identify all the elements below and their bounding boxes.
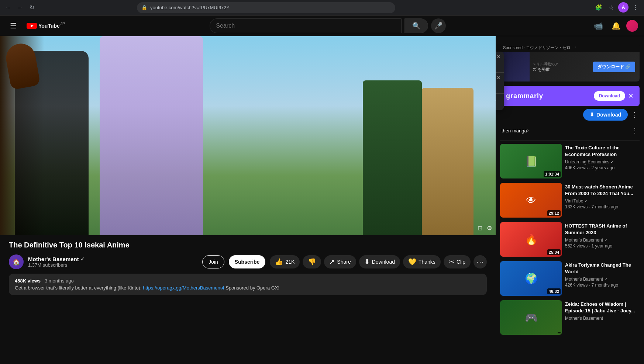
- share-button[interactable]: ↗ Share: [324, 255, 356, 268]
- verified-economics: ✓: [610, 159, 614, 164]
- main-download-label: Download: [596, 112, 621, 118]
- sidebar-thumb-zelda: 🎮: [500, 300, 562, 335]
- sponsored-item: Sponsored · コウノドリゾーン・ゼロ ⋮ スリル満載のア ズ を発散 …: [500, 44, 640, 82]
- manga-more-btn[interactable]: ⋮: [631, 126, 638, 135]
- action-row: 👍 21K 👎 ↗ Share ⬇ Download: [270, 255, 487, 268]
- thumb-icon-zelda: 🎮: [500, 300, 562, 335]
- bookmark-button[interactable]: ☆: [606, 2, 617, 13]
- youtube-logo-svg: YouTube: [27, 22, 60, 30]
- verified-shonen: ✓: [584, 198, 588, 204]
- sidebar-item-trash[interactable]: 🔥 25:04 HOTTEST TRASH Anime of Summer 20…: [500, 222, 640, 257]
- char-right-2: [422, 88, 473, 235]
- address-bar[interactable]: 🔒 youtube.com/watch?v=tPUxMUt9x2Y: [137, 2, 395, 13]
- sidebar-more-button[interactable]: ⋮: [631, 110, 638, 119]
- extensions-button[interactable]: 🧩: [593, 2, 604, 13]
- subscribe-button[interactable]: Subscribe: [229, 255, 266, 268]
- like-icon: 👍: [275, 258, 283, 266]
- sponsored-flag: ⋮: [573, 45, 577, 50]
- sidebar-stats-trash: 562K views · 1 year ago: [565, 243, 640, 249]
- back-button[interactable]: ←: [3, 3, 13, 13]
- video-info: The Definitive Top 10 Isekai Anime 🏠 Mot…: [0, 235, 496, 299]
- popup-close-btn-1[interactable]: ✕: [496, 54, 501, 60]
- search-container: 🔍 🎤: [71, 18, 585, 33]
- search-button[interactable]: 🔍: [404, 18, 428, 33]
- manga-suggestion[interactable]: then manga › ⋮: [500, 124, 640, 138]
- lock-icon: 🔒: [141, 5, 147, 10]
- sponsored-banner: スリル満載のア ズ を発散 ダウンロード 🔗: [500, 52, 640, 82]
- main-download-button[interactable]: ⬇ Download: [583, 109, 628, 121]
- sidebar: 📺 49:08 ♪ THE DEFINiTIVE Top 10 I... MP4…: [496, 36, 644, 364]
- hamburger-menu[interactable]: ☰: [6, 18, 21, 33]
- thanks-icon: 💛: [408, 258, 416, 266]
- grammarly-ad: grammarly Download ✕: [500, 86, 640, 106]
- video-settings-icon[interactable]: ⚙: [487, 225, 492, 232]
- video-title: The Definitive Top 10 Isekai Anime: [9, 240, 487, 250]
- verified-badge: ✓: [80, 256, 85, 262]
- sidebar-thumb-shonen: 👁 29:12: [500, 183, 562, 218]
- main-download-icon: ⬇: [590, 112, 594, 118]
- clip-button[interactable]: ✂ Clip: [444, 255, 471, 268]
- popup-close-btn-2[interactable]: ✕: [496, 75, 501, 81]
- sidebar-stats-economics: 406K views · 2 years ago: [565, 165, 640, 170]
- video-player[interactable]: ⚙ ⊡: [0, 36, 496, 235]
- duration-economics: 1:01:34: [544, 171, 561, 177]
- profile-icon[interactable]: A: [618, 2, 628, 13]
- dislike-icon: 👎: [308, 258, 316, 266]
- manga-arrow: ›: [527, 127, 529, 134]
- grammarly-cta[interactable]: Download: [594, 91, 625, 101]
- main-download-row: ⬇ Download ⋮: [500, 109, 640, 121]
- sidebar-item-economics[interactable]: 📗 1:01:34 The Toxic Culture of the Econo…: [500, 144, 640, 178]
- sidebar-item-toriyama[interactable]: 🌍 46:32 Akira Toriyama Changed The World…: [500, 261, 640, 296]
- sponsor-link[interactable]: https://operagx.gg/MothersBasement4: [143, 285, 224, 291]
- sidebar-stats-shonen: 133K views · 7 months ago: [565, 204, 640, 209]
- notifications-button[interactable]: 🔔: [609, 18, 623, 33]
- sidebar-channel-zelda: Mother's Basement: [565, 316, 640, 321]
- browser-chrome: ← → ↻ 🔒 youtube.com/watch?v=tPUxMUt9x2Y …: [0, 0, 644, 15]
- download-promo-button[interactable]: ダウンロード 🔗: [593, 62, 635, 72]
- popup-item-1: 📺 49:08 ♪ THE DEFINiTIVE Top 10 I... MP4…: [496, 52, 504, 73]
- grammarly-close[interactable]: ✕: [628, 92, 634, 100]
- video-frame: ⚙ ⊡: [0, 36, 496, 235]
- like-button[interactable]: 👍 21K: [270, 255, 300, 268]
- video-expand-icon[interactable]: ⊡: [478, 225, 482, 232]
- duration-toriyama: 46:32: [547, 288, 561, 294]
- popup-item-2: 📺 49:08 ♪ YOUTUBE MP4 1080p720p480p360p: [496, 73, 504, 94]
- browser-more-button[interactable]: ⋮: [630, 2, 641, 13]
- sidebar-channel-shonen: ViniiTube ✓: [565, 198, 640, 204]
- create-button[interactable]: 📹: [591, 18, 606, 33]
- mic-button[interactable]: 🎤: [431, 18, 446, 33]
- channel-info: Mother's Basement ✓ 1.37M subscribers: [28, 256, 198, 268]
- duration-shonen: 29:12: [547, 210, 561, 216]
- channel-avatar[interactable]: 🏠: [9, 254, 24, 269]
- clip-icon: ✂: [449, 258, 454, 266]
- user-avatar[interactable]: [626, 20, 638, 32]
- svg-text:YouTube: YouTube: [38, 23, 60, 29]
- sidebar-info-zelda: Zelda: Echoes of Wisdom | Episode 15 | J…: [565, 300, 640, 335]
- sidebar-item-zelda[interactable]: 🎮 Zelda: Echoes of Wisdom | Episode 15 |…: [500, 300, 640, 335]
- sidebar-item-shonen[interactable]: 👁 29:12 30 Must-watch Shonen Anime From …: [500, 183, 640, 218]
- sidebar-info-shonen: 30 Must-watch Shonen Anime From 2000 To …: [565, 183, 640, 218]
- youtube-logo[interactable]: YouTube JP: [27, 22, 65, 30]
- video-section: ⚙ ⊡ The Definitive Top 10 Isekai Anime 🏠…: [0, 36, 496, 364]
- video-scene: [0, 36, 496, 235]
- download-button[interactable]: ⬇ Download: [359, 255, 400, 268]
- thanks-button[interactable]: 💛 Thanks: [403, 255, 441, 268]
- manga-text: then manga: [502, 128, 527, 134]
- download-icon: ⬇: [364, 258, 370, 266]
- share-icon: ↗: [329, 258, 335, 266]
- refresh-button[interactable]: ↻: [27, 3, 37, 13]
- search-input[interactable]: [210, 22, 401, 29]
- channel-row: 🏠 Mother's Basement ✓ 1.37M subscribers …: [9, 254, 487, 269]
- stats-line: 458K views 3 months ago: [15, 278, 481, 284]
- dislike-button[interactable]: 👎: [303, 255, 321, 268]
- sidebar-channel-toriyama: Mother's Basement ✓: [565, 277, 640, 282]
- more-options-button[interactable]: ⋯: [473, 255, 487, 268]
- popup-delete-btn[interactable]: 🗑: [496, 97, 499, 107]
- forward-button[interactable]: →: [15, 3, 25, 13]
- section-separator: [500, 141, 640, 141]
- description-text: Get a browser that's literally better at…: [15, 285, 481, 291]
- join-button[interactable]: Join: [202, 255, 224, 268]
- sidebar-title-shonen: 30 Must-watch Shonen Anime From 2000 To …: [565, 184, 640, 197]
- header-icons: 📹 🔔: [591, 18, 638, 33]
- verified-trash: ✓: [604, 238, 608, 243]
